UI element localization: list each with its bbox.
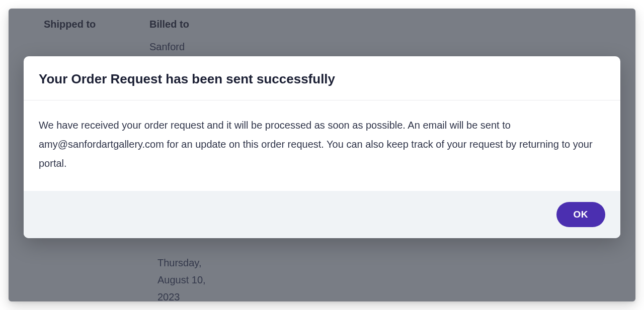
success-modal: Your Order Request has been sent success… xyxy=(24,56,620,238)
modal-header: Your Order Request has been sent success… xyxy=(24,56,620,100)
page-container: Shipped to Billed to Sanford Thursday, A… xyxy=(9,9,635,301)
ok-button[interactable]: OK xyxy=(556,202,606,227)
modal-body: We have received your order request and … xyxy=(24,100,620,191)
modal-title: Your Order Request has been sent success… xyxy=(39,71,605,87)
modal-message: We have received your order request and … xyxy=(39,116,605,173)
modal-footer: OK xyxy=(24,191,620,238)
